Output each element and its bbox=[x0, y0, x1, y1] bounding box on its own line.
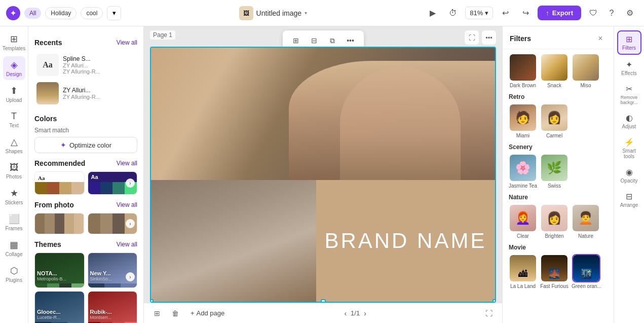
copy-icon[interactable]: ⧉ bbox=[325, 33, 339, 48]
recent-name-1: Spline S... bbox=[63, 55, 135, 62]
filter-la-la-land[interactable]: 🏙 La La Land bbox=[509, 254, 537, 289]
shield-icon[interactable]: 🛡 bbox=[585, 5, 601, 21]
prev-page-button[interactable]: ‹ bbox=[344, 309, 347, 317]
right-tool-adjust[interactable]: ◐ Adjust bbox=[617, 110, 641, 132]
add-page-button[interactable]: + Add page bbox=[186, 307, 229, 319]
palette-item-1[interactable]: Aa bbox=[34, 171, 85, 195]
recent-item-1[interactable]: Aa Spline S... ZY Alluri... ZY Alluring-… bbox=[34, 51, 137, 79]
timer-button[interactable]: ⏱ bbox=[445, 5, 461, 21]
filters-close-button[interactable]: × bbox=[594, 32, 607, 45]
recent-item-2[interactable]: ZY Alluri... ZY Alluring-R... bbox=[34, 79, 137, 107]
theme-arrow-icon[interactable]: › bbox=[126, 272, 135, 281]
palette-item-2[interactable]: Aa › bbox=[88, 171, 138, 195]
help-icon[interactable]: ? bbox=[603, 5, 620, 21]
swatch bbox=[47, 283, 59, 288]
tag-cool[interactable]: cool bbox=[81, 7, 103, 19]
swatch bbox=[88, 182, 100, 194]
sidebar-item-plugins[interactable]: ⬡ Plugins bbox=[3, 262, 25, 286]
undo-button[interactable]: ↩ bbox=[497, 5, 513, 21]
sidebar-item-text[interactable]: T Text bbox=[3, 108, 25, 131]
filter-clear[interactable]: 👩‍🦰 Clear bbox=[509, 204, 537, 239]
from-photo-arrow-icon[interactable]: › bbox=[126, 219, 135, 228]
theme-item-3[interactable]: Glooec... Lucette-R... bbox=[34, 291, 85, 323]
tag-holiday[interactable]: Holiday bbox=[45, 7, 77, 19]
app-logo[interactable]: ✦ bbox=[6, 6, 20, 20]
filter-thumb-carmel: 👩 bbox=[540, 103, 569, 132]
duplicate-icon[interactable]: ⊟ bbox=[307, 33, 321, 48]
sidebar-item-stickers[interactable]: ★ Stickers bbox=[3, 185, 25, 208]
fullscreen-canvas-icon[interactable]: ⛶ bbox=[465, 30, 479, 45]
filter-preset-row-top: Dark Brown Snack Miso bbox=[509, 53, 608, 88]
sidebar-item-templates[interactable]: ⊞ Templates bbox=[3, 30, 25, 54]
right-tool-remove-bg[interactable]: ✂ Remove backgr... bbox=[617, 81, 641, 108]
top-bar: ✦ All Holiday cool ▾ 🖼 Untitled image ▾ … bbox=[0, 0, 644, 26]
selection-handle-br[interactable] bbox=[493, 299, 496, 303]
filters-header: Filters × bbox=[503, 26, 614, 49]
sidebar-item-design[interactable]: ◈ Design bbox=[3, 56, 25, 80]
right-tool-effects[interactable]: ✦ Effects bbox=[617, 57, 641, 79]
bottom-bar: ⊞ 🗑 + Add page ‹ 1/1 › ⛶ bbox=[144, 303, 502, 323]
theme-item-2[interactable]: New Y... SinkinSo... › bbox=[88, 253, 138, 288]
settings-icon[interactable]: ⚙ bbox=[622, 5, 638, 21]
right-tool-opacity[interactable]: ◉ Opacity bbox=[617, 164, 641, 187]
filter-miami[interactable]: 🧑 Miami bbox=[509, 103, 537, 138]
add-page-icon: + bbox=[191, 309, 195, 317]
canvas-image-container[interactable]: BRAND NAME ↻ bbox=[150, 47, 496, 303]
canvas-bottom-half: BRAND NAME bbox=[151, 180, 495, 302]
right-tool-filters[interactable]: ⊞ Filters bbox=[617, 30, 641, 55]
filter-carmel[interactable]: 👩 Carmel bbox=[540, 103, 569, 138]
sidebar-item-shapes[interactable]: △ Shapes bbox=[3, 133, 25, 157]
sidebar-label-upload: Upload bbox=[6, 97, 22, 103]
from-photo-palette-2[interactable]: › bbox=[88, 213, 138, 234]
sidebar-item-collage[interactable]: ▦ Collage bbox=[3, 236, 25, 260]
more-canvas-icon[interactable]: ••• bbox=[482, 30, 496, 45]
filter-miso[interactable]: Miso bbox=[572, 53, 600, 88]
zoom-control[interactable]: 81% ▾ bbox=[465, 7, 493, 19]
tag-dropdown[interactable]: ▾ bbox=[107, 6, 121, 20]
export-button[interactable]: ↑ Export bbox=[538, 6, 581, 20]
filter-thumb-brighten: 👩 bbox=[540, 204, 569, 232]
sidebar-item-photos[interactable]: 🖼 Photos bbox=[3, 159, 25, 183]
filter-brighten[interactable]: 👩 Brighten bbox=[540, 204, 569, 239]
filter-thumb-swiss: 🌿 bbox=[540, 154, 569, 182]
themes-view-all[interactable]: View all bbox=[117, 241, 137, 248]
right-tool-smart[interactable]: ⚡ Smart tools bbox=[617, 134, 641, 162]
filter-swiss[interactable]: 🌿 Swiss bbox=[540, 154, 569, 189]
next-page-button[interactable]: › bbox=[364, 309, 366, 317]
plugins-icon: ⬡ bbox=[10, 265, 18, 276]
filter-snack[interactable]: Snack bbox=[540, 53, 569, 88]
from-photo-view-all[interactable]: View all bbox=[117, 201, 137, 208]
filter-green-orange[interactable]: 🌃 Green oran... bbox=[572, 254, 601, 289]
theme-item-1[interactable]: NOTA... Metropolis-B... bbox=[34, 253, 85, 288]
tag-all[interactable]: All bbox=[24, 8, 41, 19]
optimize-color-button[interactable]: ✦ Optimize color bbox=[34, 137, 137, 153]
shapes-icon: △ bbox=[11, 136, 18, 148]
filter-fast-furious[interactable]: 🌉 Fast Furious bbox=[540, 254, 569, 289]
grid-view-button[interactable]: ⊞ bbox=[150, 306, 164, 320]
filter-thumb-clear: 👩‍🦰 bbox=[509, 204, 537, 232]
title-dropdown-icon[interactable]: ▾ bbox=[305, 10, 307, 16]
filter-img-dark-brown bbox=[510, 54, 536, 81]
grid-icon[interactable]: ⊞ bbox=[289, 33, 303, 48]
filter-dark-brown[interactable]: Dark Brown bbox=[509, 53, 537, 88]
right-tool-arrange[interactable]: ⊟ Arrange bbox=[617, 189, 641, 211]
sidebar-item-frames[interactable]: ⬜ Frames bbox=[3, 210, 25, 234]
theme-item-4[interactable]: Rubik-... Montserr... bbox=[88, 291, 138, 323]
delete-page-button[interactable]: 🗑 bbox=[168, 306, 182, 320]
filter-label-miso: Miso bbox=[580, 83, 591, 88]
recommended-view-all[interactable]: View all bbox=[117, 160, 137, 167]
recents-view-all[interactable]: View all bbox=[117, 39, 137, 46]
palette-arrow-icon[interactable]: › bbox=[126, 178, 135, 188]
right-tool-strip: ⊞ Filters ✦ Effects ✂ Remove backgr... ◐… bbox=[614, 26, 644, 323]
selection-handle-bm[interactable] bbox=[321, 299, 326, 303]
filter-nature[interactable]: 🧑‍🦱 Nature bbox=[572, 204, 600, 239]
more-options-icon[interactable]: ••• bbox=[344, 33, 358, 48]
filter-jasmine-tea[interactable]: 🌸 Jasmine Tea bbox=[509, 154, 537, 189]
from-photo-palette-1[interactable] bbox=[34, 213, 85, 234]
selection-handle-bl[interactable] bbox=[150, 299, 154, 303]
play-button[interactable]: ▶ bbox=[425, 5, 441, 21]
redo-button[interactable]: ↪ bbox=[517, 5, 534, 21]
recent-thumb-1: Aa bbox=[36, 54, 59, 76]
fullscreen-button[interactable]: ⛶ bbox=[482, 306, 496, 320]
sidebar-item-upload[interactable]: ⬆ Upload bbox=[3, 82, 25, 106]
